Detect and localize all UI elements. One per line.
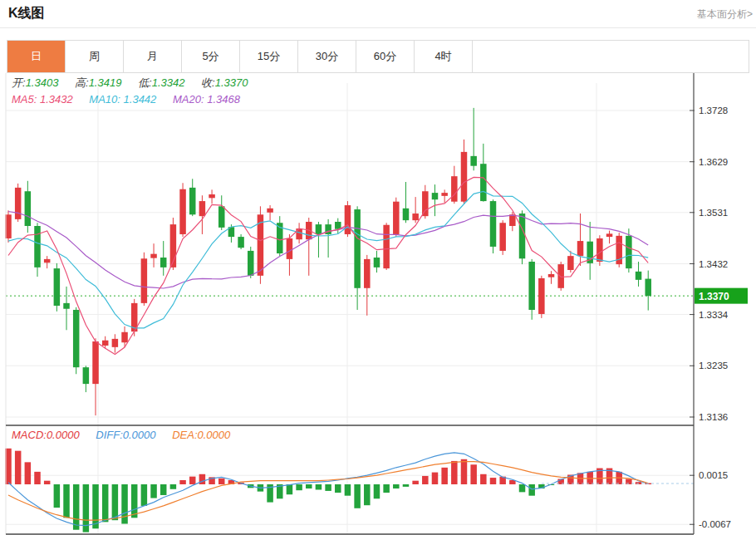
candle [645, 279, 651, 297]
dea-value: 0.0000 [198, 429, 231, 441]
svg-text:1.3136: 1.3136 [699, 412, 728, 422]
candle [238, 237, 244, 248]
high-value: 1.3419 [89, 76, 122, 89]
svg-text:1.3235: 1.3235 [699, 361, 728, 371]
ma5-label: MA5: [12, 93, 37, 106]
candle [335, 222, 341, 229]
candle [218, 206, 225, 228]
candle [422, 191, 429, 216]
candle [160, 258, 167, 268]
candle [596, 238, 603, 262]
candle [209, 194, 215, 198]
candle [189, 188, 196, 214]
candle [121, 332, 128, 342]
candle [150, 254, 157, 258]
candle [15, 188, 22, 219]
candle [626, 236, 632, 268]
candle [509, 214, 516, 226]
candle [112, 339, 119, 347]
dea-label: DEA: [172, 429, 197, 441]
candle [528, 262, 535, 310]
svg-text:1.3370: 1.3370 [699, 291, 729, 302]
macd-value: 0.0000 [47, 429, 80, 441]
candle [557, 264, 564, 288]
open-value: 1.3403 [26, 76, 59, 89]
candle [461, 152, 468, 202]
macd-readout: MACD:0.0000 DIFF:0.0000 DEA:0.0000 [12, 429, 243, 441]
svg-text:1.3432: 1.3432 [699, 259, 728, 269]
candle [354, 209, 361, 288]
candle [34, 226, 41, 268]
svg-text:1.3531: 1.3531 [699, 208, 728, 218]
candle [383, 225, 390, 268]
candle [54, 268, 61, 306]
candle [470, 156, 477, 166]
candle [393, 202, 400, 234]
candle [364, 259, 371, 288]
candle [548, 274, 555, 277]
candle [441, 193, 448, 196]
high-label: 高: [75, 76, 89, 89]
candle [432, 193, 439, 199]
low-value: 1.3342 [152, 76, 185, 89]
svg-text:1.3334: 1.3334 [699, 310, 729, 320]
diff-value: 0.0000 [123, 429, 156, 441]
svg-text:-0.0067: -0.0067 [699, 519, 731, 529]
candle [567, 256, 574, 270]
candles [5, 108, 651, 415]
candle [451, 176, 458, 202]
price-badge: 1.3370 [695, 288, 748, 304]
candle [179, 189, 186, 234]
candle [248, 251, 254, 276]
svg-text:1.3629: 1.3629 [699, 157, 728, 167]
diff-label: DIFF: [96, 429, 123, 441]
ma5-line [8, 177, 648, 354]
candle [412, 214, 419, 220]
candle [403, 209, 410, 220]
candle [102, 341, 109, 346]
candle [73, 310, 80, 367]
candle [44, 259, 51, 263]
candle [83, 367, 90, 384]
candle [63, 303, 70, 309]
ma10-label: MA10: [89, 93, 120, 106]
candle [345, 205, 351, 234]
candle [480, 164, 487, 201]
ma20-value: 1.3468 [207, 93, 240, 106]
candle [199, 201, 206, 216]
ohlc-readout: 开:1.3403 高:1.3419 低:1.3342 收:1.3370 [12, 76, 261, 91]
y-axis: 1.37281.36291.35311.34321.33341.32351.31… [690, 106, 731, 529]
svg-text:1.3728: 1.3728 [699, 106, 728, 115]
candle [636, 272, 642, 280]
gridlines [6, 83, 694, 534]
ma10-line [8, 191, 648, 328]
candle [490, 201, 497, 247]
kline-page: K线图 基本面分析> 日周月5分15分30分60分4时 1.37281.3629… [0, 0, 756, 535]
macd-label: MACD: [12, 429, 47, 441]
ma5-value: 1.3432 [40, 93, 73, 106]
candle [92, 341, 99, 384]
candle [606, 233, 613, 237]
low-label: 低: [138, 76, 152, 89]
close-label: 收: [201, 76, 215, 89]
candle [519, 214, 526, 258]
ma10-value: 1.3442 [124, 93, 157, 106]
candle [316, 224, 322, 234]
candle [374, 258, 380, 268]
ma20-label: MA20: [173, 93, 204, 106]
candle [267, 209, 273, 213]
ma-readout: MA5: 1.3432 MA10: 1.3442 MA20: 1.3468 [12, 93, 253, 106]
candle [25, 191, 32, 226]
candle [141, 258, 148, 303]
open-label: 开: [12, 76, 26, 89]
candle [577, 241, 584, 256]
candle [499, 223, 506, 251]
close-value: 1.3370 [215, 76, 248, 89]
svg-text:0.0015: 0.0015 [699, 470, 728, 480]
candle [538, 278, 545, 314]
candle [287, 238, 293, 259]
